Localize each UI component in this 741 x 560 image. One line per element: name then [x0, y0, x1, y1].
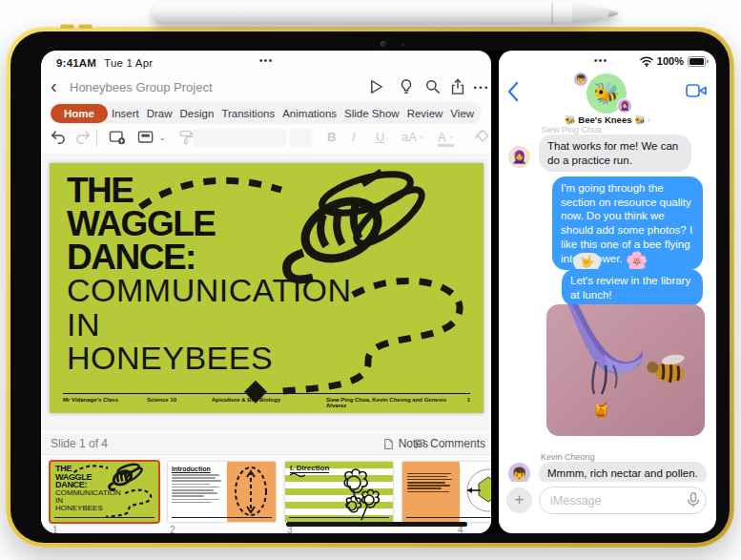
tab-view[interactable]: View	[446, 108, 478, 119]
conversation-scroll[interactable]: Siew Ping Chua That works for me! We can…	[499, 123, 716, 482]
tab-draw[interactable]: Draw	[143, 108, 176, 119]
tab-transitions[interactable]: Transitions	[217, 108, 278, 119]
volume-up-button	[60, 24, 74, 29]
apple-pencil-body	[153, 3, 572, 24]
messages-pane: ••• 100% 🐝 👦 🧕	[499, 51, 716, 533]
footer-authors: Siew Ping Chua, Kevin Cheong and Genesis…	[326, 397, 461, 408]
lightbulb-icon[interactable]	[397, 77, 416, 96]
slideshow-play-button[interactable]	[366, 77, 385, 96]
home-indicator[interactable]	[286, 522, 467, 527]
thumbnail-2-diagram	[227, 462, 276, 522]
current-slide[interactable]: THE WAGGLE DANCE: COMMUNICATION IN HONEY…	[50, 163, 484, 413]
font-color-button[interactable]: A⌄	[438, 130, 454, 147]
messages-back-button[interactable]	[506, 81, 524, 102]
comments-icon	[414, 438, 426, 450]
document-title: Honeybees Group Project	[70, 80, 213, 94]
multitask-dots-left[interactable]: •••	[259, 54, 274, 66]
font-name-field[interactable]	[194, 129, 286, 147]
thumbnail-2-text-column: Introduction	[168, 462, 227, 522]
thumbnail-slide-3[interactable]: I. Direction	[285, 462, 393, 522]
group-avatar-cluster[interactable]: 🐝 👦 🧕	[581, 72, 634, 115]
undo-icon[interactable]	[49, 128, 70, 149]
thumbnail-2-heading: Introduction	[172, 466, 223, 472]
case-chevron-icon: ⌄	[419, 132, 425, 140]
tab-slideshow[interactable]: Slide Show	[340, 108, 403, 119]
powerpoint-titlebar: ‹ Honeybees Group Project	[41, 75, 491, 100]
group-name[interactable]: 🐝 Bee's Knees 🐝›	[499, 114, 716, 125]
italic-button[interactable]: I	[352, 130, 356, 144]
imessage-input[interactable]	[539, 487, 707, 514]
slide-title-bold: THE WAGGLE DANCE:	[67, 175, 215, 274]
front-sensor	[401, 43, 404, 46]
tab-animations[interactable]: Animations	[278, 108, 340, 119]
layout-icon[interactable]	[136, 128, 157, 149]
apple-pencil-seam	[551, 3, 553, 24]
comments-button[interactable]: Comments	[414, 437, 485, 450]
bee-flower-photo[interactable]: 🍯	[546, 304, 705, 436]
thumbnail-slide-1[interactable]: THE WAGGLE DANCE: COMMUNICATION IN HONEY…	[51, 462, 158, 522]
ipad-bezel: 9:41AMTue 1 Apr ••• ‹ Honeybees Group Pr…	[10, 31, 730, 543]
thumbnail-2-footer	[172, 517, 272, 519]
thumbnail-4-footer	[406, 517, 491, 519]
footer-page-number: 1	[461, 397, 470, 408]
ribbon-tab-bar: Home Insert Draw Design Transitions Anim…	[51, 102, 482, 124]
microphone-icon[interactable]	[687, 492, 702, 508]
thumbnail-1-title-light: COMMUNICATION IN HONEYBEES	[55, 489, 121, 512]
group-detail-chevron-icon: ›	[648, 114, 650, 125]
sender-label: Siew Ping Chua	[541, 125, 602, 135]
tab-insert[interactable]: Insert	[108, 108, 143, 119]
formatting-toolbar: ⌄ B I U aA⌄ A⌄	[41, 127, 491, 152]
tab-design[interactable]: Design	[176, 108, 218, 119]
add-attachment-button[interactable]: +	[506, 487, 532, 513]
bold-button[interactable]: B	[327, 130, 336, 144]
thumbnail-slide-4[interactable]	[402, 462, 491, 522]
thumbnail-1-title-bold: THE WAGGLE DANCE:	[55, 465, 92, 489]
slide-title-light: COMMUNICATION IN HONEYBEES	[67, 274, 352, 376]
search-icon[interactable]	[423, 77, 443, 96]
front-camera	[381, 41, 386, 47]
wifi-icon	[640, 56, 653, 67]
received-message[interactable]: That works for me! We can do a practice …	[539, 135, 691, 172]
received-message[interactable]: Mmmm, rich nectar and pollen.	[539, 462, 707, 482]
facetime-video-button[interactable]	[686, 83, 707, 98]
volume-down-button	[78, 24, 93, 29]
apple-pencil-tip	[608, 10, 618, 17]
thumbnail-slide-2[interactable]: Introduction	[168, 462, 276, 522]
more-options-icon[interactable]	[471, 77, 490, 96]
share-icon[interactable]	[448, 77, 467, 96]
thumbnail-1-number: 1	[52, 525, 58, 533]
thumbnail-3-flowers	[285, 462, 393, 522]
message-composer: +	[499, 486, 716, 518]
flower-emoji: 🌸	[626, 251, 648, 271]
fill-bucket-icon[interactable]	[472, 128, 491, 149]
redo-icon[interactable]	[73, 128, 94, 149]
sent-message[interactable]: Let's review in the library at lunch!	[562, 269, 703, 306]
thumbnail-3-footer	[289, 517, 389, 519]
apple-pencil	[153, 3, 618, 24]
footer-topic: Apiculture & Bee Biology	[212, 397, 326, 408]
thumbnail-4-text-column	[402, 462, 460, 522]
sender-label: Kevin Cheong	[541, 452, 595, 462]
back-chevron-icon[interactable]: ‹	[51, 75, 57, 96]
color-chevron-icon: ⌄	[448, 132, 455, 140]
statusbar-left: 9:41AMTue 1 Apr	[56, 57, 153, 69]
footer-subject: Science 10	[147, 397, 212, 408]
font-size-field[interactable]	[290, 129, 312, 147]
underline-button[interactable]: U	[376, 130, 384, 144]
footer-class: Mr Vidanage's Class	[63, 397, 147, 408]
slide-canvas: THE WAGGLE DANCE: COMMUNICATION IN HONEY…	[41, 154, 491, 430]
multitask-dots-right[interactable]: •••	[594, 54, 608, 66]
ipad-device: 9:41AMTue 1 Apr ••• ‹ Honeybees Group Pr…	[6, 27, 734, 548]
ipad-screen: 9:41AMTue 1 Apr ••• ‹ Honeybees Group Pr…	[41, 51, 716, 533]
change-case-button[interactable]: aA⌄	[401, 130, 425, 144]
tab-home[interactable]: Home	[51, 104, 108, 123]
tab-review[interactable]: Review	[403, 108, 447, 119]
toolbar-divider	[96, 130, 97, 147]
battery-icon	[688, 56, 709, 67]
siew-avatar: 🧕	[508, 146, 530, 168]
apple-pencil-cone	[572, 3, 610, 24]
conversation-header: 🐝 👦 🧕 🐝 Bee's Knees 🐝›	[499, 70, 716, 123]
new-slide-icon[interactable]	[108, 128, 129, 149]
group-avatar-kevin: 👦	[573, 72, 588, 87]
status-time: 9:41AM	[56, 57, 96, 69]
